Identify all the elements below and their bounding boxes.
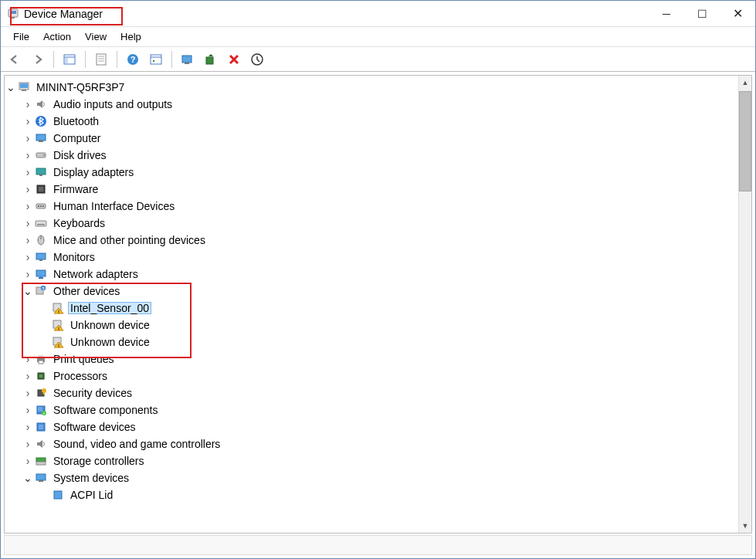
expander-icon[interactable]: ⌄ <box>5 82 17 93</box>
svg-rect-40 <box>36 253 46 259</box>
svg-rect-35 <box>36 221 46 226</box>
tree-category[interactable]: ›Firmware <box>5 181 738 198</box>
expander-icon[interactable]: ⌄ <box>22 473 34 483</box>
svg-rect-61 <box>43 391 45 395</box>
tree-category[interactable]: ›Display adapters <box>5 164 738 181</box>
expander-icon[interactable]: › <box>22 167 34 178</box>
display-icon <box>34 165 48 179</box>
sound-icon <box>34 437 48 451</box>
tree-item-label: Disk drives <box>51 149 108 161</box>
help-button[interactable]: ? <box>122 49 144 69</box>
pc-icon <box>34 131 48 145</box>
tree-category[interactable]: ›Storage controllers <box>5 452 738 469</box>
expander-icon[interactable]: › <box>22 371 34 381</box>
expander-icon[interactable]: › <box>22 99 34 110</box>
expander-icon[interactable]: › <box>22 235 34 246</box>
tree-category[interactable]: ›Mice and other pointing devices <box>5 232 738 249</box>
properties-button[interactable] <box>90 49 112 69</box>
svg-rect-12 <box>151 55 161 64</box>
scan-hardware-button[interactable] <box>246 49 268 69</box>
svg-point-34 <box>42 205 44 207</box>
statusbar <box>4 535 752 555</box>
minimize-button[interactable]: ─ <box>649 1 684 26</box>
svg-rect-17 <box>206 57 213 64</box>
tree-category[interactable]: ›+Software components <box>5 401 738 418</box>
tree-category[interactable]: ›Sound, video and game controllers <box>5 435 738 452</box>
tree-category[interactable]: ›Audio inputs and outputs <box>5 96 738 113</box>
tree-category[interactable]: ›Processors <box>5 368 738 385</box>
expander-icon[interactable]: › <box>22 388 34 398</box>
update-driver-button[interactable] <box>177 49 198 69</box>
expander-icon[interactable]: ⌄ <box>22 286 34 296</box>
warning-device-icon: ! <box>51 301 65 315</box>
close-button[interactable]: ✕ <box>720 1 755 26</box>
warning-device-icon: ! <box>51 335 65 349</box>
svg-rect-56 <box>39 361 43 364</box>
tree-device[interactable]: ACPI Lid <box>5 486 738 503</box>
svg-rect-63 <box>38 407 42 412</box>
tree-item-label: Security devices <box>51 387 134 399</box>
tree-category[interactable]: ›Network adapters <box>5 266 738 283</box>
svg-rect-2 <box>12 17 15 19</box>
expander-icon[interactable]: › <box>22 269 34 280</box>
tree-category[interactable]: ›Keyboards <box>5 215 738 232</box>
disable-button[interactable] <box>223 49 245 69</box>
expander-icon[interactable]: › <box>22 150 34 161</box>
scroll-thumb[interactable] <box>739 91 751 191</box>
forward-button[interactable] <box>27 49 49 69</box>
tree-item-label: ACPI Lid <box>68 489 115 501</box>
menu-action[interactable]: Action <box>43 31 71 42</box>
tree-category[interactable]: ›Security devices <box>5 385 738 401</box>
tree-device[interactable]: !Unknown device <box>5 334 738 351</box>
tree-item-label: Computer <box>51 132 103 144</box>
maximize-button[interactable]: ☐ <box>684 1 720 26</box>
tree-item-label: Storage controllers <box>51 455 147 467</box>
tree-category[interactable]: ›Monitors <box>5 249 738 266</box>
tree-category[interactable]: ›Disk drives <box>5 147 738 164</box>
expander-icon[interactable]: › <box>22 184 34 195</box>
tree-category[interactable]: ›Bluetooth <box>5 113 738 130</box>
tree-root[interactable]: ⌄MININT-Q5RF3P7 <box>5 79 738 96</box>
tree-item-label: Display adapters <box>51 166 136 178</box>
expander-icon[interactable]: › <box>22 201 34 212</box>
tree-item-label: Keyboards <box>51 217 107 229</box>
tree-category[interactable]: ›Human Interface Devices <box>5 198 738 215</box>
back-button[interactable] <box>4 49 25 69</box>
security-icon <box>34 386 48 400</box>
menu-view[interactable]: View <box>85 31 107 42</box>
svg-rect-30 <box>39 187 43 191</box>
tree-category[interactable]: ⌄?Other devices <box>5 283 738 300</box>
uninstall-button[interactable] <box>200 49 222 69</box>
expander-icon[interactable]: › <box>22 116 34 127</box>
expander-icon[interactable]: › <box>22 439 34 449</box>
menu-help[interactable]: Help <box>120 31 141 42</box>
svg-rect-70 <box>36 474 46 480</box>
titlebar: Device Manager ─ ☐ ✕ <box>1 1 755 27</box>
tree-item-label: Human Interface Devices <box>51 200 177 212</box>
tree-category[interactable]: ⌄System devices <box>5 469 738 486</box>
svg-rect-6 <box>97 54 106 65</box>
secondary-help-button[interactable] <box>145 49 167 69</box>
device-tree[interactable]: ⌄MININT-Q5RF3P7›Audio inputs and outputs… <box>5 76 738 533</box>
expander-icon[interactable]: › <box>22 252 34 263</box>
expander-icon[interactable]: › <box>22 405 34 415</box>
tree-device[interactable]: !Intel_Sensor_00 <box>5 300 738 317</box>
scroll-up-arrow[interactable]: ▲ <box>739 76 751 90</box>
svg-point-26 <box>43 154 45 156</box>
expander-icon[interactable]: › <box>22 133 34 144</box>
expander-icon[interactable]: › <box>22 218 34 229</box>
menu-file[interactable]: File <box>13 31 29 42</box>
expander-icon[interactable]: › <box>22 422 34 432</box>
tree-item-label: Unknown device <box>68 336 152 348</box>
tree-category[interactable]: ›Computer <box>5 130 738 147</box>
tree-category[interactable]: ›Software devices <box>5 418 738 435</box>
tree-device[interactable]: !Unknown device <box>5 317 738 334</box>
expander-icon[interactable]: › <box>22 456 34 466</box>
hid-icon <box>34 199 48 213</box>
tree-item-label: Bluetooth <box>51 115 101 127</box>
scroll-down-arrow[interactable]: ▼ <box>739 519 751 533</box>
vertical-scrollbar[interactable]: ▲ ▼ <box>738 76 751 533</box>
show-hide-tree-button[interactable] <box>59 49 80 69</box>
tree-category[interactable]: ›Print queues <box>5 351 738 368</box>
expander-icon[interactable]: › <box>22 354 34 364</box>
